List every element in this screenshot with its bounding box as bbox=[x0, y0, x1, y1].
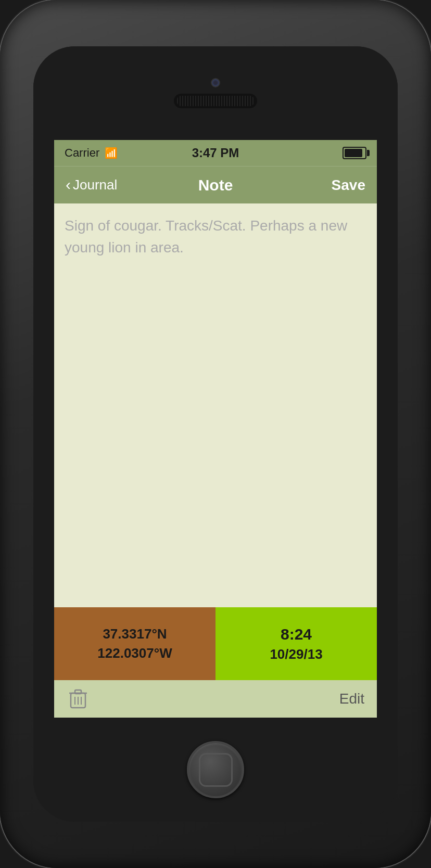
carrier-label: Carrier bbox=[65, 146, 99, 160]
top-bezel bbox=[33, 46, 398, 140]
toolbar: Edit bbox=[54, 680, 377, 718]
wifi-icon: 📶 bbox=[105, 147, 118, 159]
save-button[interactable]: Save bbox=[332, 177, 365, 194]
home-button-inner bbox=[199, 753, 233, 787]
phone-inner: Carrier 📶 3:47 PM ‹ Journal Note Save bbox=[33, 46, 398, 822]
screen: Carrier 📶 3:47 PM ‹ Journal Note Save bbox=[54, 140, 377, 718]
chevron-left-icon: ‹ bbox=[66, 176, 71, 194]
front-camera bbox=[211, 78, 220, 87]
bottom-info: 37.3317°N 122.0307°W 8:24 10/29/13 bbox=[54, 607, 377, 680]
time-value: 8:24 bbox=[281, 626, 312, 643]
trash-icon bbox=[69, 688, 87, 710]
phone-frame: Carrier 📶 3:47 PM ‹ Journal Note Save bbox=[0, 0, 431, 868]
home-button[interactable] bbox=[187, 741, 244, 798]
back-label: Journal bbox=[73, 177, 117, 193]
nav-title: Note bbox=[198, 176, 233, 194]
status-bar: Carrier 📶 3:47 PM bbox=[54, 140, 377, 166]
delete-button[interactable] bbox=[67, 686, 90, 712]
date-value: 10/29/13 bbox=[270, 646, 322, 662]
datetime-panel[interactable]: 8:24 10/29/13 bbox=[216, 607, 377, 680]
status-left: Carrier 📶 bbox=[65, 146, 118, 160]
edit-button[interactable]: Edit bbox=[339, 691, 364, 707]
status-time: 3:47 PM bbox=[192, 146, 239, 160]
svg-rect-2 bbox=[75, 690, 81, 694]
coords-panel[interactable]: 37.3317°N 122.0307°W bbox=[54, 607, 216, 680]
note-area[interactable]: Sign of cougar. Tracks/Scat. Perhaps a n… bbox=[54, 203, 377, 607]
latitude-value: 37.3317°N bbox=[103, 626, 167, 642]
nav-bar: ‹ Journal Note Save bbox=[54, 166, 377, 203]
longitude-value: 122.0307°W bbox=[97, 645, 172, 661]
note-placeholder-text: Sign of cougar. Tracks/Scat. Perhaps a n… bbox=[65, 218, 347, 256]
back-button[interactable]: ‹ Journal bbox=[66, 177, 117, 194]
bottom-bezel bbox=[33, 718, 398, 822]
battery-icon bbox=[343, 147, 366, 159]
earpiece-speaker bbox=[174, 94, 257, 108]
battery-fill bbox=[345, 149, 362, 157]
